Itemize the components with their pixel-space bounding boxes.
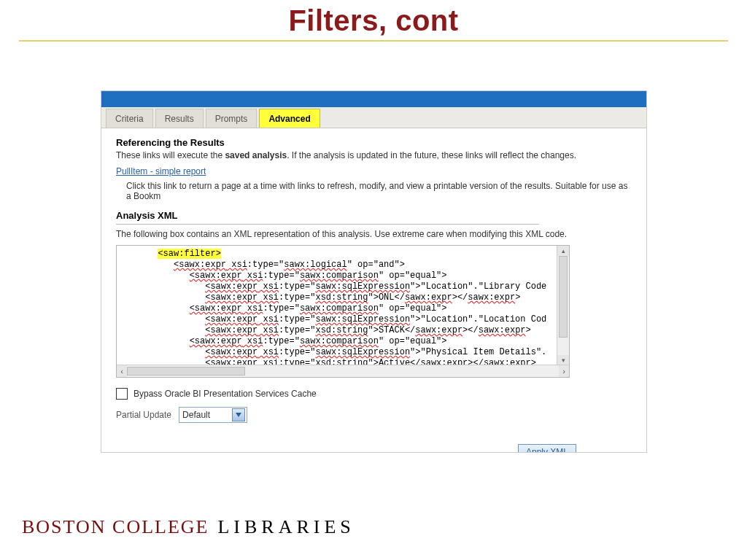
advanced-panel: Referencing the Results These links will…	[101, 128, 646, 453]
tab-bar: Criteria Results Prompts Advanced	[101, 107, 646, 128]
svg-marker-0	[236, 413, 241, 417]
xml-horizontal-scrollbar[interactable]: ‹ ›	[117, 365, 569, 377]
footer-logo: BOSTON COLLEGE LIBRARIES	[22, 516, 355, 538]
slide-title: Filters, cont	[0, 0, 747, 37]
logo-boston-college: BOSTON COLLEGE	[22, 516, 209, 537]
ref-text-bold: saved analysis	[225, 150, 287, 160]
tab-advanced[interactable]: Advanced	[259, 109, 320, 128]
apply-xml-button[interactable]: Apply XML	[518, 444, 576, 453]
section-divider	[116, 224, 539, 225]
scroll-thumb-v[interactable]	[559, 256, 568, 338]
ref-text-post: . If the analysis is updated in the futu…	[287, 150, 576, 160]
partial-update-select[interactable]: Default	[179, 407, 247, 423]
bypass-cache-checkbox[interactable]	[116, 388, 128, 400]
partial-update-value: Default	[182, 410, 210, 420]
link-hint: Click this link to return a page at a ti…	[126, 181, 635, 201]
scroll-down-icon[interactable]: ▾	[557, 355, 569, 365]
tab-results[interactable]: Results	[155, 109, 204, 128]
chevron-down-icon	[232, 408, 245, 421]
scroll-right-icon[interactable]: ›	[559, 365, 569, 377]
scroll-thumb-h[interactable]	[127, 367, 245, 376]
app-titlebar	[101, 91, 646, 107]
xml-highlight-filter: <saw:filter>	[158, 249, 220, 259]
title-rule	[19, 40, 728, 42]
referencing-heading: Referencing the Results	[116, 137, 635, 148]
scroll-left-icon[interactable]: ‹	[117, 365, 127, 377]
pullitem-link[interactable]: PullItem - simple report	[116, 166, 206, 176]
referencing-desc: These links will execute the saved analy…	[116, 150, 635, 160]
screenshot-frame: Criteria Results Prompts Advanced Refere…	[101, 90, 647, 453]
analysis-xml-heading: Analysis XML	[116, 210, 635, 221]
partial-update-label: Partial Update	[116, 410, 171, 420]
tab-prompts[interactable]: Prompts	[206, 109, 258, 128]
tab-criteria[interactable]: Criteria	[106, 109, 153, 128]
bypass-cache-label: Bypass Oracle BI Presentation Services C…	[133, 389, 317, 399]
scroll-up-icon[interactable]: ▴	[557, 246, 569, 256]
logo-libraries: LIBRARIES	[217, 516, 355, 537]
xml-vertical-scrollbar[interactable]: ▴ ▾	[557, 246, 569, 365]
analysis-xml-desc: The following box contains an XML repres…	[116, 229, 635, 239]
xml-content[interactable]: <saw:filter> <sawx:expr xsi:type="sawx:l…	[117, 246, 569, 378]
ref-text-pre: These links will execute the	[116, 150, 225, 160]
xml-textarea[interactable]: <saw:filter> <sawx:expr xsi:type="sawx:l…	[116, 245, 570, 378]
